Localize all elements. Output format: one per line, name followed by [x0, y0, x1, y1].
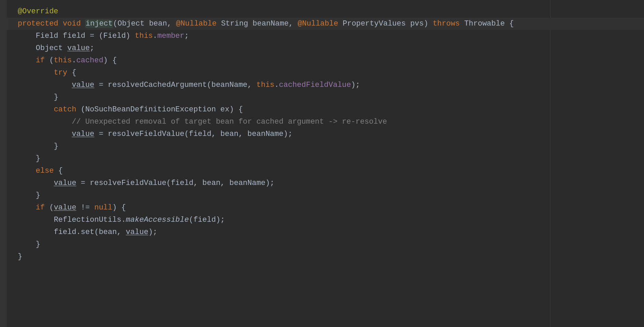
neq: !=: [76, 203, 94, 212]
sig-part-3: PropertyValues pvs): [338, 19, 433, 28]
static-method-makeAccessible: makeAccessible: [126, 216, 189, 224]
annotation-override: @Override: [18, 7, 58, 16]
sig-part-2: String beanName,: [217, 19, 298, 28]
field-set-prefix: field.set(bean,: [54, 228, 126, 236]
else-brace: {: [54, 167, 63, 175]
keyword-null: null: [94, 203, 112, 212]
if-open-1: (: [45, 56, 54, 65]
comment-line: // Unexpected removal of target bean for…: [72, 118, 387, 126]
object-decl-prefix: Object: [36, 44, 67, 52]
assign-3: = resolveFieldValue(field, bean, beanNam…: [76, 179, 275, 187]
brace-close-1: }: [54, 93, 58, 102]
catch-rest: (NoSuchBeanDefinitionException ex) {: [76, 105, 243, 114]
var-value-2: value: [72, 130, 94, 138]
field-member: member: [157, 32, 184, 40]
sig-part-1: (Object bean,: [113, 19, 176, 28]
field-cached: cached: [76, 56, 103, 65]
if-close-2: ) {: [112, 203, 126, 212]
dot-3: .: [275, 81, 279, 89]
annotation-nullable-1: @Nullable: [176, 19, 217, 28]
keyword-catch: catch: [54, 105, 76, 114]
keyword-protected: protected: [18, 19, 58, 28]
keyword-if-2: if: [36, 203, 45, 212]
brace-close-2: }: [54, 142, 58, 151]
method-name-inject[interactable]: inject: [85, 19, 113, 28]
line7-end: );: [351, 81, 360, 89]
reflection-utils-suffix: (field);: [189, 216, 225, 224]
reflection-utils-prefix: ReflectionUtils.: [54, 216, 126, 224]
var-value-decl: value: [67, 44, 90, 52]
if-open-2: (: [45, 203, 54, 212]
keyword-this-2: this: [54, 56, 72, 65]
annotation-nullable-2: @Nullable: [298, 19, 338, 28]
brace-close-5: }: [36, 240, 40, 249]
field-set-suffix: );: [148, 228, 157, 236]
semi-1: ;: [185, 32, 189, 40]
keyword-else: else: [36, 167, 54, 175]
assign-2: = resolveFieldValue(field, bean, beanNam…: [94, 130, 292, 138]
semi-2: ;: [90, 44, 94, 52]
keyword-this-1: this: [135, 32, 153, 40]
brace-close-6: }: [18, 252, 22, 261]
throws-type: Throwable {: [460, 19, 514, 28]
brace-close-4: }: [36, 191, 40, 200]
keyword-if-1: if: [36, 56, 45, 65]
keyword-throws: throws: [433, 19, 460, 28]
try-brace: {: [67, 68, 76, 77]
code-editor[interactable]: @Override protected void inject(Object b…: [0, 0, 644, 327]
var-value-1: value: [72, 81, 94, 89]
keyword-void: void: [63, 19, 81, 28]
var-value-3: value: [54, 179, 76, 187]
if-close-1: ) {: [103, 56, 117, 65]
keyword-try: try: [54, 68, 68, 77]
dot-2: .: [72, 56, 76, 65]
assign-1: = resolvedCachedArgument(beanName,: [94, 81, 256, 89]
var-value-5: value: [126, 228, 148, 236]
code-content[interactable]: @Override protected void inject(Object b…: [0, 5, 644, 263]
dot-1: .: [153, 32, 157, 40]
field-cachedFieldValue: cachedFieldValue: [279, 81, 351, 89]
keyword-this-3: this: [257, 81, 275, 89]
var-value-4: value: [54, 203, 76, 212]
field-decl-prefix: Field field = (Field): [36, 32, 135, 40]
brace-close-3: }: [36, 154, 40, 163]
